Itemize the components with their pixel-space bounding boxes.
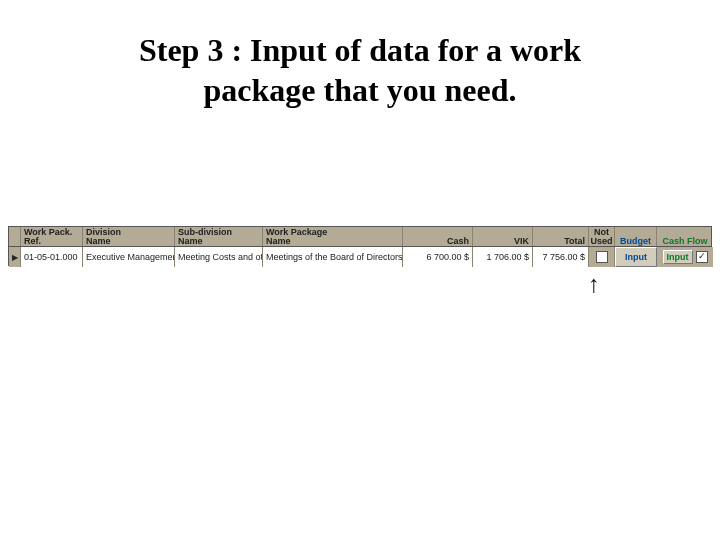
cell-vik[interactable]: 1 706.00 $ bbox=[473, 247, 533, 267]
title-line-1: Step 3 : Input of data for a work bbox=[139, 32, 581, 68]
checkbox-not-used[interactable] bbox=[596, 251, 608, 263]
header-budget: Budget bbox=[615, 227, 657, 246]
header-division: DivisionName bbox=[83, 227, 175, 246]
cell-division[interactable]: Executive Managemen bbox=[83, 247, 175, 267]
budget-input-button[interactable]: Input bbox=[615, 247, 657, 267]
cell-subdivision[interactable]: Meeting Costs and ot bbox=[175, 247, 263, 267]
arrow-up-icon: ↑ bbox=[588, 270, 600, 298]
header-not-used: NotUsed bbox=[589, 227, 615, 246]
header-vik: VIK bbox=[473, 227, 533, 246]
cell-ref[interactable]: 01-05-01.000 bbox=[21, 247, 83, 267]
cell-not-used[interactable] bbox=[589, 247, 615, 267]
row-pointer-icon: ▶ bbox=[9, 247, 21, 267]
grid-header-row: Work Pack.Ref. DivisionName Sub-division… bbox=[9, 227, 711, 247]
table-row[interactable]: ▶ 01-05-01.000 Executive Managemen Meeti… bbox=[9, 247, 711, 267]
header-row-pointer bbox=[9, 227, 21, 246]
cell-work-package[interactable]: Meetings of the Board of Directors bbox=[263, 247, 403, 267]
header-cash-flow: Cash Flow bbox=[657, 227, 713, 246]
slide-title: Step 3 : Input of data for a work packag… bbox=[60, 30, 660, 110]
header-work-package: Work PackageName bbox=[263, 227, 403, 246]
title-line-2: package that you need. bbox=[204, 72, 517, 108]
cell-total[interactable]: 7 756.00 $ bbox=[533, 247, 589, 267]
cell-cash-flow: Input ✓ bbox=[657, 247, 713, 267]
header-subdivision: Sub-divisionName bbox=[175, 227, 263, 246]
checkbox-cash-flow[interactable]: ✓ bbox=[696, 251, 708, 263]
header-ref: Work Pack.Ref. bbox=[21, 227, 83, 246]
cashflow-input-button[interactable]: Input bbox=[663, 250, 693, 264]
work-package-grid: Work Pack.Ref. DivisionName Sub-division… bbox=[8, 226, 712, 266]
cell-cash[interactable]: 6 700.00 $ bbox=[403, 247, 473, 267]
header-total: Total bbox=[533, 227, 589, 246]
header-cash: Cash bbox=[403, 227, 473, 246]
